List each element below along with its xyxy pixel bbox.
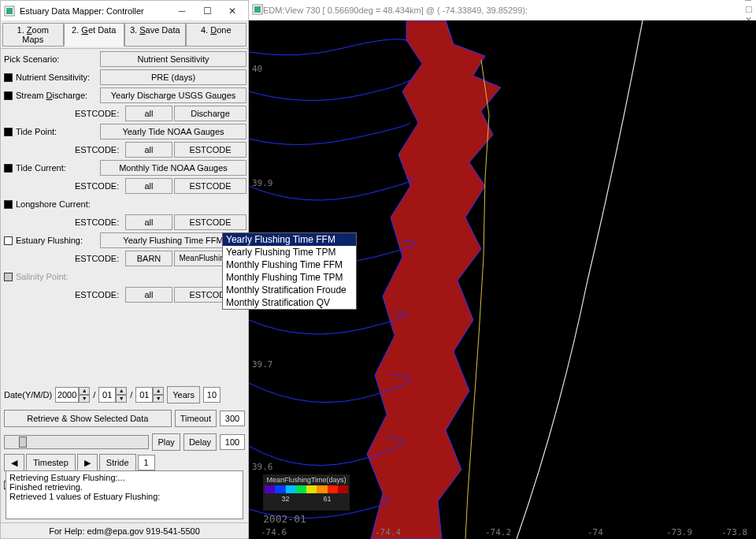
flushing-option-5[interactable]: Monthly Stratification QV (223, 296, 356, 309)
tab-zoom-maps[interactable]: 1. Zoom Maps (2, 23, 64, 46)
longshore-current-label: Longshore Current: (2, 199, 246, 209)
month-input[interactable] (98, 387, 116, 403)
help-footer: For Help: edm@epa.gov 919-541-5500 (1, 522, 248, 538)
flushing-option-4[interactable]: Monthly Stratification Froude (223, 284, 356, 296)
tide-point-label: Tide Point: (2, 127, 98, 136)
x-tick-4: -73.9 (666, 527, 692, 537)
estcode-label-1: ESTCODE: (73, 109, 124, 118)
estcode-label-5: ESTCODE: (73, 254, 124, 263)
legend-ramp (265, 485, 348, 493)
estuary-flushing-label: Estuary Flushing: (2, 236, 98, 245)
svg-rect-1 (6, 8, 13, 14)
x-tick-3: -74 (587, 527, 603, 537)
tab-get-data[interactable]: 2. Get Data (64, 23, 125, 46)
pick-scenario-button[interactable]: Nutrient Sensitivity (100, 51, 246, 67)
viewer-titlebar[interactable]: EDM:View 730 [ 0.56690deg = 48.434km] @ … (249, 0, 756, 20)
tide-point-estcode-button[interactable]: ESTCODE (174, 142, 246, 158)
y-tick-1: 39.9 (252, 178, 273, 188)
step-forward-button[interactable]: ▶ (77, 454, 98, 471)
day-input[interactable] (135, 387, 153, 403)
year-down-icon[interactable]: ▼ (79, 395, 90, 403)
stream-discharge-check[interactable] (4, 91, 13, 100)
flushing-option-1[interactable]: Yearly Flushing Time TPM (223, 246, 356, 258)
controller-titlebar[interactable]: Estuary Data Mapper: Controller ─ ☐ ✕ (1, 1, 248, 21)
slider-thumb[interactable] (19, 437, 27, 448)
time-label: 2002-01 (263, 513, 306, 525)
minimize-icon[interactable]: ─ (169, 2, 195, 20)
tide-point-button[interactable]: Yearly Tide NOAA Gauges (100, 124, 246, 139)
timeout-button[interactable]: Timeout (175, 410, 217, 427)
year-input[interactable] (55, 387, 79, 403)
years-input[interactable] (203, 387, 220, 403)
viewer-title: EDM:View 730 [ 0.56690deg = 48.434km] @ … (263, 6, 745, 15)
y-tick-0: 40 (252, 64, 262, 74)
nutrient-sensitivity-check[interactable] (4, 73, 13, 82)
day-up-icon[interactable]: ▲ (153, 387, 164, 395)
legend-title: MeanFlushingTime(days) (265, 476, 348, 484)
day-spinner[interactable]: ▲▼ (135, 387, 164, 403)
app-icon (4, 6, 15, 17)
color-legend: MeanFlushingTime(days) 32 61 (263, 474, 350, 511)
retrieve-button[interactable]: Retrieve & Show Selected Data (4, 410, 172, 427)
close-icon[interactable]: ✕ (220, 2, 245, 20)
estcode-label-2: ESTCODE: (73, 145, 124, 154)
salinity-check (4, 273, 13, 281)
tide-current-check[interactable] (4, 164, 13, 173)
estcode-all-button-1[interactable]: all (125, 106, 172, 121)
delay-button[interactable]: Delay (183, 433, 217, 451)
tab-done[interactable]: 4. Done (186, 23, 247, 46)
estuary-flushing-check[interactable] (4, 236, 13, 245)
stream-discharge-label: Stream Discharge: (2, 91, 98, 100)
year-up-icon[interactable]: ▲ (79, 387, 90, 395)
controller-title: Estuary Data Mapper: Controller (20, 6, 169, 16)
play-button[interactable]: Play (152, 433, 180, 451)
viewer-maximize-icon[interactable]: ☐ (745, 5, 753, 15)
legend-min: 32 (281, 495, 289, 503)
x-tick-2: -74.2 (485, 527, 511, 537)
pick-scenario-label: Pick Scenario: (2, 54, 98, 64)
discharge-button[interactable]: Discharge (174, 106, 246, 121)
stride-button[interactable]: Stride (99, 454, 136, 471)
tide-current-button[interactable]: Monthly Tide NOAA Gauges (100, 160, 246, 176)
flushing-option-2[interactable]: Monthly Flushing Time FFM (223, 258, 356, 271)
flushing-option-0[interactable]: Yearly Flushing Time FFM (223, 233, 356, 246)
estcode-barn-button[interactable]: BARN (125, 251, 172, 266)
month-up-icon[interactable]: ▲ (116, 387, 127, 395)
main-tabs: 1. Zoom Maps 2. Get Data 3. Save Data 4.… (1, 21, 248, 49)
estcode-all-button-4[interactable]: all (125, 214, 172, 230)
playback-slider[interactable] (4, 435, 149, 449)
viewer-app-icon (252, 4, 263, 17)
nutrient-sensitivity-label: Nutrient Sensitivity: (2, 72, 98, 82)
x-tick-0: -74.6 (261, 527, 287, 537)
estcode-all-button-2[interactable]: all (125, 142, 172, 158)
nutrient-sensitivity-button[interactable]: PRE (days) (100, 69, 246, 85)
years-button[interactable]: Years (167, 386, 200, 403)
month-spinner[interactable]: ▲▼ (98, 387, 127, 403)
legend-max: 61 (323, 495, 331, 503)
longshore-check[interactable] (4, 200, 13, 209)
flushing-option-3[interactable]: Monthly Flushing Time TPM (223, 271, 356, 284)
svg-rect-3 (254, 6, 261, 13)
y-tick-3: 39.7 (252, 359, 273, 370)
year-spinner[interactable]: ▲▼ (55, 387, 90, 403)
step-back-button[interactable]: ◀ (4, 454, 24, 471)
estcode-label-6: ESTCODE: (73, 290, 124, 299)
month-down-icon[interactable]: ▼ (116, 395, 127, 403)
tide-current-estcode-button[interactable]: ESTCODE (174, 178, 246, 194)
maximize-icon[interactable]: ☐ (195, 2, 220, 20)
estcode-all-button-3[interactable]: all (125, 178, 172, 194)
estcode-label-4: ESTCODE: (73, 217, 124, 227)
longshore-estcode-button[interactable]: ESTCODE (174, 214, 246, 230)
timeout-input[interactable] (220, 411, 245, 426)
stride-input[interactable] (138, 455, 155, 470)
tide-point-check[interactable] (4, 128, 13, 136)
flushing-dropdown[interactable]: Yearly Flushing Time FFM Yearly Flushing… (222, 232, 357, 310)
date-label: Date(Y/M/D) (4, 390, 52, 400)
timestep-button[interactable]: Timestep (26, 454, 76, 471)
estcode-all-button-6[interactable]: all (125, 287, 172, 303)
tab-save-data[interactable]: 3. Save Data (124, 23, 186, 46)
stream-discharge-button[interactable]: Yearly Discharge USGS Gauges (100, 87, 246, 103)
delay-input[interactable] (220, 434, 245, 450)
day-down-icon[interactable]: ▼ (153, 395, 164, 403)
controller-window: Estuary Data Mapper: Controller ─ ☐ ✕ 1.… (0, 0, 249, 539)
